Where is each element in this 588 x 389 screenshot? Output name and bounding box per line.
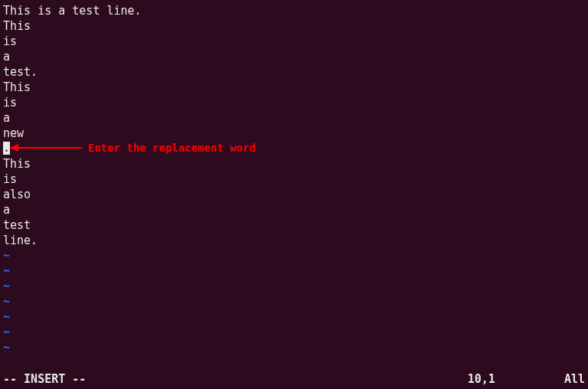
tilde-line: ~ [3,279,585,294]
text-line: This [3,80,585,95]
text-line: test [3,217,585,233]
text-line: a [3,202,585,217]
status-cursor-position: 10,1 [468,371,495,387]
text-line: new [3,126,585,141]
tilde-line: ~ [3,325,585,340]
tilde-line: ~ [3,309,585,325]
status-mode: -- INSERT -- [3,371,86,387]
text-line: This [3,156,585,172]
cursor-line: . [3,141,585,156]
vim-editor-area[interactable]: This is a test line. This is a test. Thi… [3,3,585,371]
text-line: This is a test line. [3,3,585,18]
tilde-line: ~ [3,340,585,355]
text-line: a [3,110,585,126]
tilde-line: ~ [3,248,585,263]
text-line: line. [3,233,585,248]
text-line: also [3,187,585,202]
vim-status-bar: -- INSERT -- 10,1 All [3,371,585,387]
text-line: This [3,18,585,34]
status-scroll-position: All [564,371,585,387]
text-line: is [3,34,585,49]
status-spacer [86,371,467,387]
text-line: test. [3,64,585,80]
text-line: is [3,95,585,110]
cursor-icon: . [3,142,10,155]
tilde-line: ~ [3,294,585,309]
text-line: a [3,49,585,64]
text-line: is [3,172,585,187]
tilde-line: ~ [3,263,585,279]
